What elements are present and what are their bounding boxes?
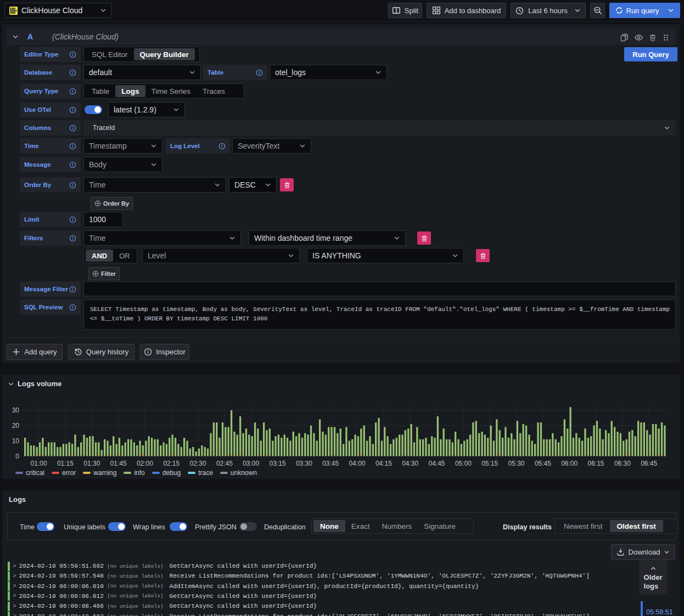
svg-text:05:45: 05:45 bbox=[535, 460, 551, 467]
svg-text:05:00: 05:00 bbox=[455, 460, 472, 467]
svg-text:0: 0 bbox=[15, 453, 19, 460]
svg-text:04:00: 04:00 bbox=[349, 460, 366, 467]
svg-text:02:30: 02:30 bbox=[190, 460, 206, 467]
svg-text:04:15: 04:15 bbox=[375, 460, 392, 467]
svg-text:01:45: 01:45 bbox=[110, 460, 127, 467]
svg-text:01:30: 01:30 bbox=[83, 460, 100, 467]
svg-text:05:15: 05:15 bbox=[481, 460, 498, 467]
svg-text:30: 30 bbox=[12, 406, 20, 414]
svg-text:01:15: 01:15 bbox=[57, 460, 74, 467]
svg-text:20: 20 bbox=[12, 422, 20, 429]
svg-text:04:45: 04:45 bbox=[428, 460, 445, 467]
svg-text:06:45: 06:45 bbox=[641, 460, 657, 467]
svg-text:03:30: 03:30 bbox=[296, 460, 312, 467]
svg-text:03:45: 03:45 bbox=[322, 460, 339, 467]
svg-text:02:45: 02:45 bbox=[216, 460, 233, 467]
svg-text:02:00: 02:00 bbox=[137, 460, 153, 467]
svg-text:05:30: 05:30 bbox=[508, 460, 524, 467]
svg-text:10: 10 bbox=[12, 437, 20, 445]
svg-text:01:00: 01:00 bbox=[31, 460, 47, 467]
svg-text:02:15: 02:15 bbox=[163, 460, 180, 467]
svg-text:03:15: 03:15 bbox=[270, 460, 286, 467]
svg-text:03:00: 03:00 bbox=[243, 460, 259, 467]
svg-text:06:00: 06:00 bbox=[561, 460, 578, 467]
svg-text:04:30: 04:30 bbox=[402, 460, 418, 467]
svg-text:06:15: 06:15 bbox=[587, 460, 604, 467]
svg-text:06:30: 06:30 bbox=[614, 460, 631, 467]
